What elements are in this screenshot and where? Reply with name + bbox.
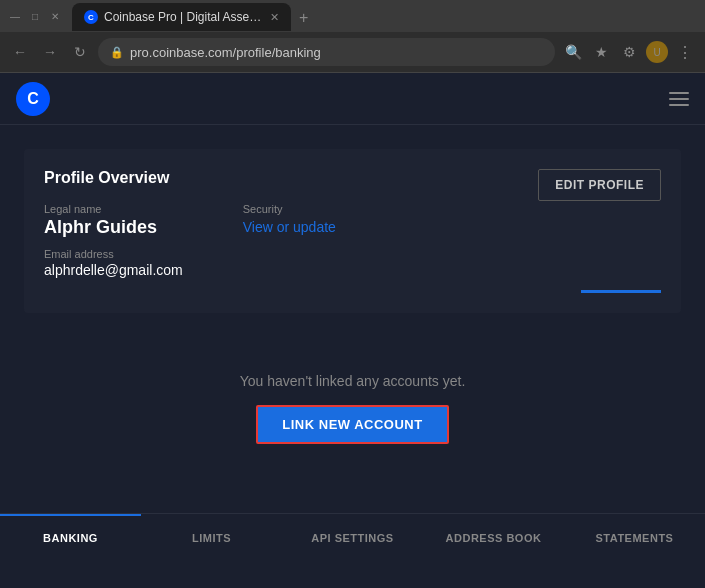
search-icon[interactable]: 🔍 — [561, 40, 585, 64]
forward-button[interactable]: → — [38, 40, 62, 64]
browser-chrome: — □ ✕ C Coinbase Pro | Digital Asset Exc… — [0, 0, 705, 73]
legal-name-value: Alphr Guides — [44, 217, 183, 238]
lock-icon: 🔒 — [110, 46, 124, 59]
bottom-nav-banking[interactable]: BANKING — [0, 514, 141, 559]
bookmark-icon[interactable]: ★ — [589, 40, 613, 64]
security-link[interactable]: View or update — [243, 219, 336, 235]
bottom-nav-address-book[interactable]: ADDRESS BOOK — [423, 514, 564, 559]
bottom-nav-limits[interactable]: LIMITS — [141, 514, 282, 559]
reload-button[interactable]: ↻ — [68, 40, 92, 64]
empty-state: You haven't linked any accounts yet. LIN… — [24, 313, 681, 484]
window-controls: — □ ✕ — [8, 9, 62, 23]
new-tab-button[interactable]: + — [291, 5, 316, 31]
active-tab-indicator — [581, 290, 661, 293]
security-label: Security — [243, 203, 336, 215]
main-content: Profile Overview Legal name Alphr Guides… — [0, 125, 705, 513]
more-button[interactable]: ⋮ — [673, 41, 697, 64]
empty-message: You haven't linked any accounts yet. — [240, 373, 466, 389]
minimize-button[interactable]: — — [8, 9, 22, 23]
hamburger-menu[interactable] — [669, 92, 689, 106]
bottom-nav-statements[interactable]: STATEMENTS — [564, 514, 705, 559]
back-button[interactable]: ← — [8, 40, 32, 64]
profile-title: Profile Overview — [44, 169, 336, 187]
tab-favicon: C — [84, 10, 98, 24]
maximize-button[interactable]: □ — [28, 9, 42, 23]
profile-icon[interactable]: U — [645, 40, 669, 64]
coinbase-logo[interactable]: C — [16, 82, 50, 116]
tab-title: Coinbase Pro | Digital Asset Exch... — [104, 10, 264, 24]
legal-name-label: Legal name — [44, 203, 183, 215]
toolbar-icons: 🔍 ★ ⚙ U ⋮ — [561, 40, 697, 64]
profile-section: Profile Overview Legal name Alphr Guides… — [24, 149, 681, 313]
tab-close-button[interactable]: ✕ — [270, 11, 279, 24]
close-button[interactable]: ✕ — [48, 9, 62, 23]
url-text: pro.coinbase.com/profile/banking — [130, 45, 321, 60]
security-group: Security View or update — [243, 203, 336, 235]
link-new-account-button[interactable]: LINK NEW ACCOUNT — [256, 405, 448, 444]
address-bar: ← → ↻ 🔒 pro.coinbase.com/profile/banking… — [0, 32, 705, 72]
edit-profile-button[interactable]: EDIT PROFILE — [538, 169, 661, 201]
email-value: alphrdelle@gmail.com — [44, 262, 183, 278]
app: C Profile Overview Legal name Alp — [0, 73, 705, 559]
title-bar: — □ ✕ C Coinbase Pro | Digital Asset Exc… — [0, 0, 705, 32]
extensions-icon[interactable]: ⚙ — [617, 40, 641, 64]
bottom-nav: BANKING LIMITS API SETTINGS ADDRESS BOOK… — [0, 513, 705, 559]
profile-header: Profile Overview Legal name Alphr Guides… — [44, 169, 661, 293]
legal-name-group: Legal name Alphr Guides Email address al… — [44, 203, 183, 278]
active-tab[interactable]: C Coinbase Pro | Digital Asset Exch... ✕ — [72, 3, 291, 31]
avatar: U — [646, 41, 668, 63]
top-nav: C — [0, 73, 705, 125]
url-bar[interactable]: 🔒 pro.coinbase.com/profile/banking — [98, 38, 555, 66]
email-label: Email address — [44, 248, 183, 260]
bottom-nav-api-settings[interactable]: API SETTINGS — [282, 514, 423, 559]
